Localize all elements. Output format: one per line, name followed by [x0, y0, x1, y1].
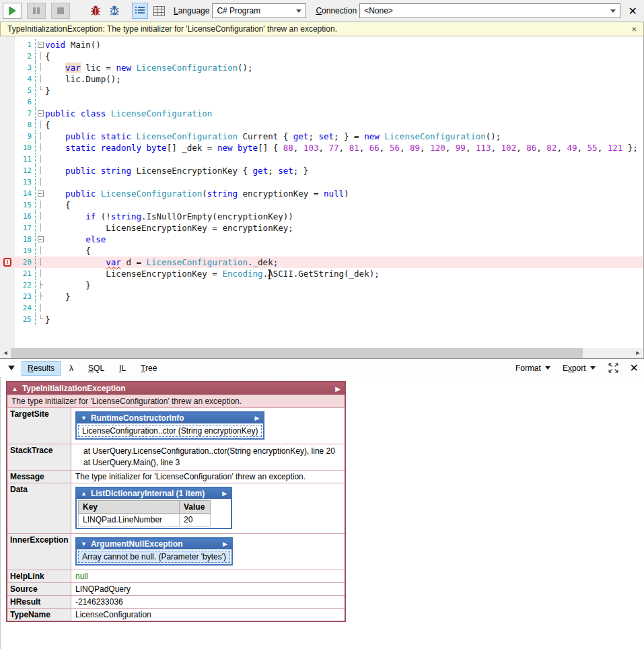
code-line[interactable]: 14− public LicenseConfiguration(string e… [0, 188, 643, 199]
code-text[interactable]: LicenseEncryptionKey = encryptionKey; [45, 222, 643, 234]
format-menu[interactable]: Format [515, 364, 550, 373]
navigate-icon[interactable]: ▶ [238, 415, 260, 421]
code-line[interactable]: 11│ [0, 153, 643, 165]
fold-marker[interactable]: − [35, 234, 45, 245]
code-text[interactable]: { [45, 119, 643, 131]
code-line[interactable]: 9│ public static LicenseConfiguration Cu… [0, 131, 643, 142]
code-text[interactable]: static readonly byte[] _dek = new byte[]… [45, 142, 643, 153]
tab-results[interactable]: Results [22, 361, 61, 376]
tab-tree[interactable]: Tree [135, 361, 163, 376]
collapse-icon[interactable]: ▼ [81, 415, 87, 421]
code-text[interactable] [45, 302, 643, 314]
editor-margin [0, 85, 15, 96]
code-text[interactable]: public static LicenseConfiguration Curre… [45, 131, 643, 142]
code-line[interactable]: 4│ lic.Dump(); [0, 73, 643, 85]
targetsite-value[interactable]: LicenseConfiguration..ctor (String encry… [78, 425, 262, 437]
scroll-right-icon[interactable]: ► [633, 348, 643, 358]
navigate-icon[interactable]: ▶ [205, 541, 227, 547]
code-line[interactable]: 3│ var lic = new LicenseConfiguration(); [0, 62, 643, 73]
code-text[interactable]: LicenseEncryptionKey = Encoding.ASCII.Ge… [45, 268, 643, 279]
innerexception-value[interactable]: Array cannot be null. (Parameter 'bytes'… [78, 551, 230, 563]
code-text[interactable]: } [45, 85, 643, 96]
scroll-left-icon[interactable]: ◄ [0, 348, 11, 358]
scrollbar-thumb[interactable] [11, 348, 583, 358]
code-line[interactable]: 24│ [0, 302, 643, 314]
code-line[interactable]: 22├ } [0, 279, 643, 291]
banner-close-icon[interactable]: × [631, 24, 637, 34]
code-lines[interactable]: 1−void Main()2│{3│ var lic = new License… [0, 36, 643, 348]
exception-header[interactable]: ▲ TypeInitializationException ▶ [7, 382, 345, 395]
fold-marker[interactable]: − [35, 108, 45, 119]
code-text[interactable]: } [45, 314, 643, 325]
code-text[interactable]: } [45, 279, 643, 291]
collapse-icon[interactable]: ▲ [11, 385, 18, 392]
code-text[interactable]: void Main() [45, 39, 643, 50]
navigate-icon[interactable]: ▶ [335, 385, 341, 392]
code-text[interactable]: { [45, 245, 643, 257]
fold-line: └ [35, 85, 45, 96]
code-line[interactable]: 25└} [0, 314, 643, 325]
horizontal-scrollbar[interactable]: ◄ ► [0, 348, 643, 358]
debug-button[interactable] [87, 3, 104, 19]
row-label: Message [7, 471, 71, 483]
code-text[interactable]: { [45, 50, 643, 62]
debug-break-button[interactable]: 1 [106, 3, 122, 19]
code-text[interactable]: lic.Dump(); [45, 73, 643, 85]
collapse-icon[interactable]: ▲ [81, 490, 87, 497]
connection-dropdown[interactable]: <None> [359, 3, 620, 18]
close-results-button[interactable]: ✕ [630, 362, 639, 374]
code-text[interactable]: public string LicenseEncryptionKey { get… [45, 165, 643, 176]
undock-results-button[interactable] [608, 362, 619, 374]
code-line[interactable]: 18− else [0, 234, 643, 245]
code-text[interactable]: else [45, 234, 643, 245]
close-query-button[interactable]: ✕ [629, 5, 637, 18]
collapse-icon[interactable]: ▼ [81, 541, 87, 547]
code-line[interactable]: 12│ public string LicenseEncryptionKey {… [0, 165, 643, 176]
code-line[interactable]: 17│ LicenseEncryptionKey = encryptionKey… [0, 222, 643, 234]
run-button[interactable] [3, 3, 22, 19]
tab-lambda[interactable]: λ [63, 361, 79, 376]
code-text[interactable] [45, 176, 643, 188]
navigate-icon[interactable]: ▶ [205, 490, 227, 497]
nested-header[interactable]: ▼ RuntimeConstructorInfo ▶ [77, 413, 263, 423]
fold-marker[interactable]: − [35, 39, 45, 50]
code-text[interactable]: if (!string.IsNullOrEmpty(encryptionKey)… [45, 211, 643, 222]
code-line[interactable]: 21│ LicenseEncryptionKey = Encoding.ASCI… [0, 268, 643, 279]
code-text[interactable]: var lic = new LicenseConfiguration(); [45, 62, 643, 73]
data-grid-results-button[interactable] [151, 3, 167, 19]
code-text[interactable] [45, 96, 643, 108]
code-text[interactable]: } [45, 291, 643, 302]
code-line[interactable]: 15│ { [0, 199, 643, 211]
code-line[interactable]: 1−void Main() [0, 39, 643, 50]
code-line[interactable]: 6 [0, 96, 643, 108]
code-editor[interactable]: 1−void Main()2│{3│ var lic = new License… [0, 36, 644, 358]
code-line[interactable]: 19│ { [0, 245, 643, 257]
code-line[interactable]: 13│ [0, 176, 643, 188]
code-text[interactable]: public LicenseConfiguration(string encry… [45, 188, 643, 199]
stop-button[interactable] [51, 3, 70, 19]
code-text[interactable] [45, 153, 643, 165]
code-text[interactable]: var d = LicenseConfiguration._dek; [45, 257, 643, 268]
collapse-panel-icon[interactable] [8, 366, 15, 370]
export-menu[interactable]: Export [563, 364, 596, 373]
fold-marker[interactable]: − [35, 188, 45, 199]
language-dropdown[interactable]: C# Program [212, 3, 306, 18]
code-line[interactable]: 10│ static readonly byte[] _dek = new by… [0, 142, 643, 153]
code-line[interactable]: 5└} [0, 85, 643, 96]
code-line[interactable]: 23├ } [0, 291, 643, 302]
results-panel: ▲ TypeInitializationException ▶ The type… [0, 377, 644, 649]
rich-text-results-button[interactable] [132, 3, 148, 19]
code-line[interactable]: 8│{ [0, 119, 643, 131]
nested-header[interactable]: ▲ ListDictionaryInternal (1 item) ▶ [77, 488, 231, 499]
code-line[interactable]: 7−public class LicenseConfiguration [0, 108, 643, 119]
code-line[interactable]: !20│ var d = LicenseConfiguration._dek; [0, 257, 643, 268]
scrollbar-track[interactable] [11, 348, 633, 358]
code-text[interactable]: public class LicenseConfiguration [45, 108, 643, 119]
code-line[interactable]: 16│ if (!string.IsNullOrEmpty(encryption… [0, 211, 643, 222]
code-line[interactable]: 2│{ [0, 50, 643, 62]
tab-sql[interactable]: SQL [82, 361, 110, 376]
pause-button[interactable] [27, 3, 46, 19]
nested-header[interactable]: ▼ ArgumentNullException ▶ [77, 539, 231, 549]
tab-il[interactable]: IL [113, 361, 132, 376]
code-text[interactable]: { [45, 199, 643, 211]
